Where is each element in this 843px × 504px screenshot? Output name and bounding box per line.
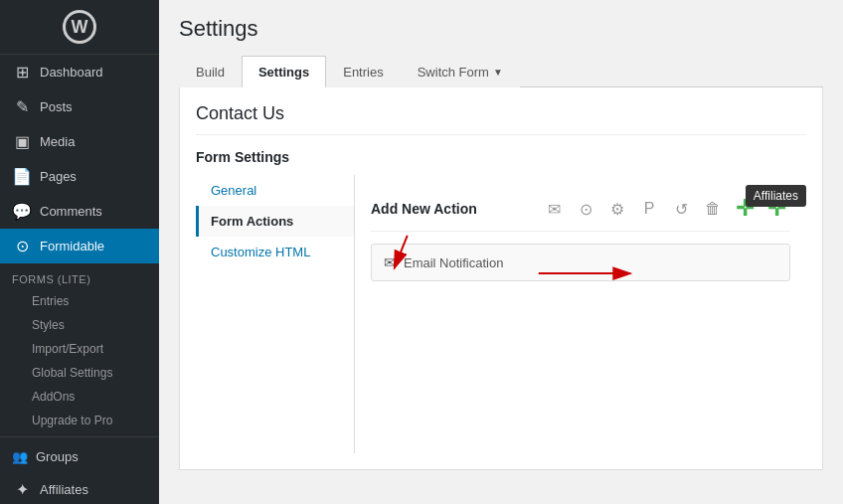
groups-label: Groups xyxy=(36,449,79,464)
sidebar-item-label: Comments xyxy=(40,204,102,219)
panel-sidebar: General Form Actions Customize HTML xyxy=(196,175,355,453)
affiliates-label: Affiliates xyxy=(40,482,88,497)
wordpress-icon: W xyxy=(63,10,96,44)
tab-switch-form[interactable]: Switch Form ▼ xyxy=(401,56,520,87)
pages-icon: 📄 xyxy=(12,167,32,186)
main-content: Settings Build Settings Entries Switch F… xyxy=(159,0,843,504)
sidebar-sub-styles[interactable]: Styles xyxy=(0,313,159,337)
sidebar: W ⊞ Dashboard ✎ Posts ▣ Media 📄 Pages 💬 … xyxy=(0,0,159,504)
settings-panel: Contact Us Form Settings General Form Ac… xyxy=(179,87,823,470)
sidebar-item-label: Posts xyxy=(40,99,73,114)
sidebar-sub-upgrade[interactable]: Upgrade to Pro xyxy=(0,409,159,432)
panel-sidebar-customize-html[interactable]: Customize HTML xyxy=(196,237,354,267)
media-icon: ▣ xyxy=(12,132,32,151)
add-new-action-label: Add New Action xyxy=(371,201,477,217)
email-notification-item[interactable]: ✉ Email Notification xyxy=(371,244,790,281)
tab-bar: Build Settings Entries Switch Form ▼ xyxy=(179,56,823,87)
sidebar-item-label: Media xyxy=(40,134,75,149)
panel-sidebar-general[interactable]: General xyxy=(196,175,354,206)
email-action-icon[interactable]: ✉ xyxy=(540,195,568,223)
refresh-action-icon[interactable]: ↺ xyxy=(667,195,695,223)
sidebar-sub-entries[interactable]: Entries xyxy=(0,289,159,313)
sidebar-item-pages[interactable]: 📄 Pages xyxy=(0,159,159,194)
sidebar-item-formidable[interactable]: ⊙ Formidable xyxy=(0,229,159,263)
tab-build[interactable]: Build xyxy=(179,56,242,87)
page-title: Settings xyxy=(179,16,823,42)
add-new-action-bar: Add New Action ✉ ⊙ ⚙ P ↺ xyxy=(371,187,790,232)
dropdown-chevron-icon: ▼ xyxy=(493,67,503,78)
sidebar-item-dashboard[interactable]: ⊞ Dashboard xyxy=(0,55,159,89)
groups-icon: 👥 xyxy=(12,449,28,464)
sidebar-item-media[interactable]: ▣ Media xyxy=(0,124,159,159)
forms-section-header: Forms (Lite) xyxy=(0,263,159,289)
sidebar-item-label: Formidable xyxy=(40,239,104,253)
email-notification-label: Email Notification xyxy=(404,255,503,270)
sidebar-sub-addons[interactable]: AddOns xyxy=(0,385,159,409)
form-settings-heading: Form Settings xyxy=(196,149,806,165)
form-name-title: Contact Us xyxy=(196,103,806,135)
panel-main: Add New Action ✉ ⊙ ⚙ P ↺ xyxy=(355,175,806,453)
panel-body: General Form Actions Customize HTML Add … xyxy=(196,175,806,453)
tab-entries[interactable]: Entries xyxy=(326,56,400,87)
sidebar-item-groups[interactable]: 👥 Groups xyxy=(0,441,159,472)
sidebar-sub-global-settings[interactable]: Global Settings xyxy=(0,361,159,385)
comments-icon: 💬 xyxy=(12,202,32,221)
formidable-icon: ⊙ xyxy=(12,237,32,255)
sidebar-item-affiliates[interactable]: ✦ Affiliates xyxy=(0,472,159,504)
sidebar-item-posts[interactable]: ✎ Posts xyxy=(0,89,159,124)
paypal-action-icon[interactable]: P xyxy=(635,195,663,223)
sidebar-divider xyxy=(0,436,159,437)
sidebar-item-label: Dashboard xyxy=(40,65,103,80)
sidebar-sub-import-export[interactable]: Import/Export xyxy=(0,337,159,361)
delete-action-icon[interactable]: 🗑 xyxy=(699,195,727,223)
wordpress-action-icon[interactable]: ⊙ xyxy=(572,195,599,223)
panel-sidebar-form-actions[interactable]: Form Actions xyxy=(196,206,354,237)
content-area: Settings Build Settings Entries Switch F… xyxy=(159,0,843,504)
posts-icon: ✎ xyxy=(12,97,32,116)
sidebar-item-comments[interactable]: 💬 Comments xyxy=(0,194,159,229)
dashboard-icon: ⊞ xyxy=(12,63,32,82)
wp-logo: W xyxy=(0,0,159,55)
email-notification-icon: ✉ xyxy=(384,254,396,270)
affiliates-badge: Affiliates xyxy=(746,185,806,207)
sidebar-item-label: Pages xyxy=(40,169,77,184)
affiliates-icon: ✦ xyxy=(12,480,32,499)
tab-settings[interactable]: Settings xyxy=(242,56,326,87)
link-action-icon[interactable]: ⚙ xyxy=(603,195,631,223)
